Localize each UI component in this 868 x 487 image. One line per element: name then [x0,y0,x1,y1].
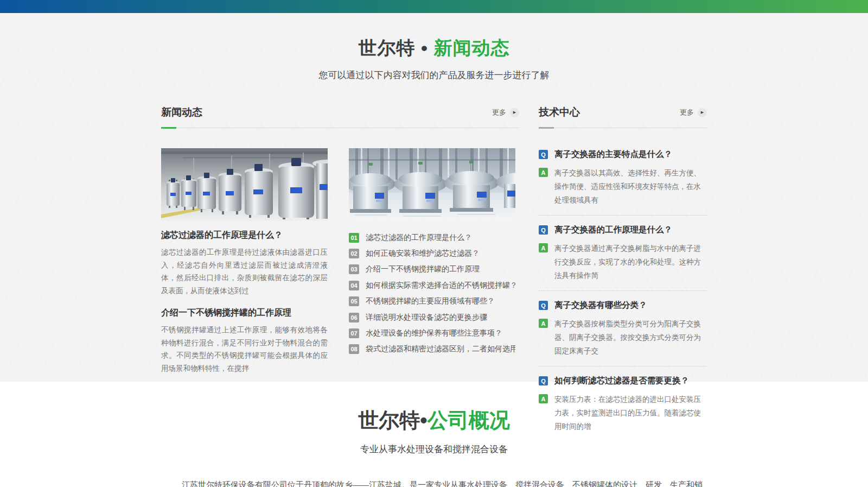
qa-question-text: 离子交换器的工作原理是什么？ [554,224,672,236]
about-title-prefix: 世尔特• [358,409,427,432]
news-more-label: 更多 [492,107,506,117]
dotted-divider [539,215,707,216]
news-panel-divider [161,128,519,128]
news-list-item[interactable]: 08袋式过滤器和精密过滤器区别，二者如何选用 [349,341,515,357]
qa-block: Q离子交换器有哪些分类？ A离子交换器按树脂类型分类可分为阳离子交换器、阴离子交… [539,300,707,358]
qa-block: Q如何判断滤芯过滤器是否需要更换？ A安装压力表：在滤芯过滤器的进出口处安装压力… [539,375,707,433]
answer-badge-icon: A [539,319,548,328]
top-gradient-bar [0,0,868,13]
news-list-item[interactable]: 03介绍一下不锈钢搅拌罐的工作原理 [349,262,515,277]
qa-block: Q离子交换器的工作原理是什么？ A离子交换器通过离子交换树脂与水中的离子进行交换… [539,224,707,282]
tech-panel-divider [539,128,707,128]
news-list-item-text: 如何根据实际需求选择合适的不锈钢搅拌罐？ [366,281,515,290]
list-number-badge: 05 [349,296,359,306]
qa-question-text: 离子交换器有哪些分类？ [554,300,647,311]
news-section-title: 世尔特 • 新闻动态 [0,36,868,61]
news-title-prefix: 世尔特 • [359,37,428,58]
news-panel-header: 新闻动态 更多 ▶ [161,105,519,119]
qa-question[interactable]: Q如何判断滤芯过滤器是否需要更换？ [539,375,707,387]
answer-badge-icon: A [539,394,548,403]
news-article: 滤芯过滤器的工作原理是什么？ 滤芯过滤器的工作原理是待过滤液体由滤器进口压入，经… [161,230,328,297]
list-number-badge: 06 [349,313,359,322]
news-number-list: 01滤芯过滤器的工作原理是什么？ 02如何正确安装和维护滤芯过滤器？ 03介绍一… [349,230,515,357]
list-number-badge: 03 [349,264,359,274]
news-list-item-text: 袋式过滤器和精密过滤器区别，二者如何选用 [366,344,515,354]
answer-badge-icon: A [539,243,548,252]
news-list-item[interactable]: 05不锈钢搅拌罐的主要应用领域有哪些？ [349,294,515,309]
news-article: 介绍一下不锈钢搅拌罐的工作原理 不锈钢搅拌罐通过上述工作原理，能够有效地将各种物… [161,307,328,375]
news-photo-kettles[interactable] [349,148,515,221]
tech-panel-header: 技术中心 更多 ▶ [539,105,707,119]
answer-badge-icon: A [539,168,548,177]
qa-answer-text: 离子交换器按树脂类型分类可分为阳离子交换器、阴离子交换器。按按交换方式分类可分为… [554,320,701,355]
news-article-title[interactable]: 介绍一下不锈钢搅拌罐的工作原理 [161,307,328,319]
qa-answer: A离子交换器按树脂类型分类可分为阳离子交换器、阴离子交换器。按按交换方式分类可分… [539,317,707,358]
qa-question[interactable]: Q离子交换器的主要特点是什么？ [539,149,707,160]
qa-answer-text: 离子交换器以其高效、选择性好、再生方便、操作简便、适应性强和环境友好等特点，在水… [554,169,701,204]
news-panel-heading: 新闻动态 [161,105,202,119]
about-section-subtitle: 专业从事水处理设备和搅拌混合设备 [0,443,868,456]
qa-answer: A安装压力表：在滤芯过滤器的进出口处安装压力表，实时监测进出口的压力值。随着滤芯… [539,393,707,433]
news-list-item[interactable]: 01滤芯过滤器的工作原理是什么？ [349,230,515,245]
news-article-excerpt: 滤芯过滤器的工作原理是待过滤液体由滤器进口压入，经滤芯自外向里透过滤层而被过滤成… [161,246,328,297]
qa-answer-text: 离子交换器通过离子交换树脂与水中的离子进行交换反应，实现了水的净化和处理。这种方… [554,244,701,280]
news-list-item-text: 介绍一下不锈钢搅拌罐的工作原理 [366,264,480,274]
news-section-subtitle: 您可以通过以下内容对我们的产品及服务进一步进行了解 [0,69,868,81]
divider-accent-segment [161,127,176,129]
news-column-articles: 滤芯过滤器的工作原理是什么？ 滤芯过滤器的工作原理是待过滤液体由滤器进口压入，经… [161,148,328,375]
qa-answer: A离子交换器以其高效、选择性好、再生方便、操作简便、适应性强和环境友好等特点，在… [539,166,707,207]
news-article-excerpt: 不锈钢搅拌罐通过上述工作原理，能够有效地将各种物料进行混合，满足不同行业对于物料… [161,324,328,375]
about-section-title: 世尔特•公司概况 [0,407,868,434]
qa-answer-text: 安装压力表：在滤芯过滤器的进出口处安装压力表，实时监测进出口的压力值。随着滤芯使… [554,395,701,431]
about-title-accent: 公司概况 [427,409,510,432]
news-article-title[interactable]: 滤芯过滤器的工作原理是什么？ [161,230,328,241]
news-list-item-text: 详细说明水处理设备滤芯的更换步骤 [366,313,487,322]
news-list-item-text: 不锈钢搅拌罐的主要应用领域有哪些？ [366,296,495,306]
news-list-item-text: 水处理设备的维护保养有哪些注意事项？ [366,328,502,338]
arrow-right-icon: ▶ [510,108,519,117]
list-number-badge: 04 [349,281,359,290]
question-badge-icon: Q [539,301,548,310]
list-number-badge: 02 [349,249,359,258]
dotted-divider [539,366,707,366]
news-section: 世尔特 • 新闻动态 您可以通过以下内容对我们的产品及服务进一步进行了解 新闻动… [0,13,868,382]
qa-question-text: 如何判断滤芯过滤器是否需要更换？ [554,375,689,387]
tech-panel-heading: 技术中心 [539,105,580,119]
divider-accent-segment [539,127,554,129]
qa-block: Q离子交换器的主要特点是什么？ A离子交换器以其高效、选择性好、再生方便、操作简… [539,149,707,207]
tech-panel: 技术中心 更多 ▶ Q离子交换器的主要特点是什么？ A离子交换器以其高效、选择性… [539,105,707,433]
news-column-list: 01滤芯过滤器的工作原理是什么？ 02如何正确安装和维护滤芯过滤器？ 03介绍一… [349,148,515,375]
news-photo-tanks[interactable] [161,148,328,221]
list-number-badge: 01 [349,233,359,243]
about-paragraph: 江苏世尔特环保设备有限公司位于丹顶鹤的故乡——江苏盐城。是一家专业从事水处理设备… [165,475,703,487]
news-title-accent: 新闻动态 [433,37,509,58]
news-list-item-text: 滤芯过滤器的工作原理是什么？ [366,233,472,243]
news-list-item[interactable]: 07水处理设备的维护保养有哪些注意事项？ [349,325,515,341]
list-number-badge: 07 [349,328,359,338]
qa-list: Q离子交换器的主要特点是什么？ A离子交换器以其高效、选择性好、再生方便、操作简… [539,149,707,433]
list-number-badge: 08 [349,344,359,354]
arrow-right-icon: ▶ [698,108,707,117]
question-badge-icon: Q [539,376,548,385]
tech-more-link[interactable]: 更多 ▶ [680,107,707,117]
news-list-item[interactable]: 06详细说明水处理设备滤芯的更换步骤 [349,309,515,325]
news-more-link[interactable]: 更多 ▶ [492,107,519,117]
news-list-item-text: 如何正确安装和维护滤芯过滤器？ [366,249,480,258]
news-list-item[interactable]: 04如何根据实际需求选择合适的不锈钢搅拌罐？ [349,277,515,293]
qa-question[interactable]: Q离子交换器有哪些分类？ [539,300,707,311]
dotted-divider [539,290,707,291]
news-list-item[interactable]: 02如何正确安装和维护滤芯过滤器？ [349,245,515,261]
qa-question[interactable]: Q离子交换器的工作原理是什么？ [539,224,707,236]
qa-question-text: 离子交换器的主要特点是什么？ [554,149,672,160]
tech-more-label: 更多 [680,107,694,117]
news-panel: 新闻动态 更多 ▶ [161,105,519,433]
news-content-row: 新闻动态 更多 ▶ [161,105,707,433]
question-badge-icon: Q [539,150,548,159]
question-badge-icon: Q [539,225,548,235]
qa-answer: A离子交换器通过离子交换树脂与水中的离子进行交换反应，实现了水的净化和处理。这种… [539,242,707,282]
